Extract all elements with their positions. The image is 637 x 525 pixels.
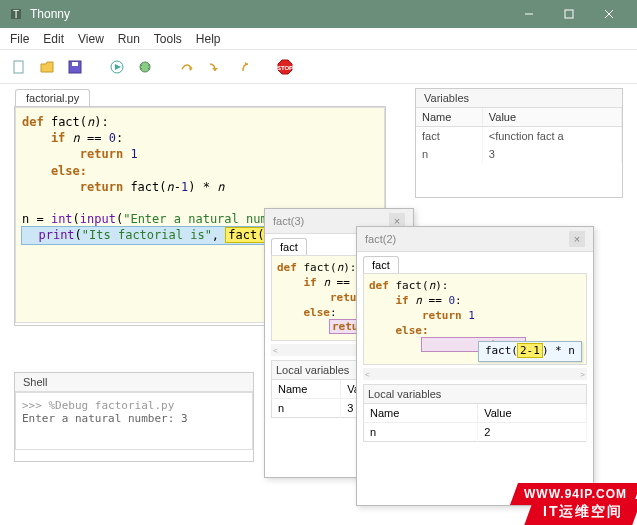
menu-help[interactable]: Help — [196, 32, 221, 46]
minimize-button[interactable] — [509, 0, 549, 28]
current-line-highlight: print("Its factorial is", fact(3)) — [22, 227, 290, 243]
col-value[interactable]: Value — [482, 108, 621, 127]
svg-rect-8 — [72, 62, 78, 66]
eval-tooltip: fact(2-1) * n — [478, 341, 582, 362]
maximize-button[interactable] — [549, 0, 589, 28]
stop-icon[interactable]: STOP — [274, 56, 296, 78]
new-file-icon[interactable] — [8, 56, 30, 78]
frame2-title[interactable]: fact(2)× — [357, 227, 593, 252]
menu-file[interactable]: File — [10, 32, 29, 46]
menu-run[interactable]: Run — [118, 32, 140, 46]
editor-tab[interactable]: factorial.py — [15, 89, 90, 106]
save-icon[interactable] — [64, 56, 86, 78]
frame2-local-vars: Local variables NameValue n2 — [363, 384, 587, 442]
open-file-icon[interactable] — [36, 56, 58, 78]
titlebar: T Thonny — [0, 0, 637, 28]
variables-header: Variables — [416, 89, 622, 108]
svg-marker-17 — [212, 68, 218, 71]
svg-text:STOP: STOP — [277, 65, 293, 71]
shell-panel: Shell >>> %Debug factorial.py Enter a na… — [14, 372, 254, 462]
svg-rect-3 — [565, 10, 573, 18]
table-row: fact<function fact a — [416, 127, 622, 146]
frame3-tab[interactable]: fact — [271, 238, 307, 255]
variables-panel: Variables NameValue fact<function fact a… — [415, 88, 623, 198]
close-icon[interactable]: × — [569, 231, 585, 247]
step-into-icon[interactable] — [204, 56, 226, 78]
step-out-icon[interactable] — [232, 56, 254, 78]
col-name[interactable]: Name — [416, 108, 482, 127]
frame2-code[interactable]: def fact(n): if n == 0: return 1 else: r… — [363, 273, 587, 365]
window-title: Thonny — [30, 7, 509, 21]
step-over-icon[interactable] — [176, 56, 198, 78]
svg-marker-18 — [245, 62, 248, 66]
shell-body[interactable]: >>> %Debug factorial.py Enter a natural … — [15, 392, 253, 450]
variables-table: NameValue fact<function fact a n3 — [416, 108, 622, 163]
shell-header: Shell — [15, 373, 253, 392]
table-row: n3 — [416, 145, 622, 163]
scrollbar[interactable]: <> — [363, 368, 587, 380]
menu-view[interactable]: View — [78, 32, 104, 46]
app-icon: T — [8, 6, 24, 22]
menu-tools[interactable]: Tools — [154, 32, 182, 46]
close-button[interactable] — [589, 0, 629, 28]
workspace: factorial.py def fact(n): if n == 0: ret… — [0, 84, 637, 525]
svg-text:T: T — [13, 9, 19, 20]
debug-icon[interactable] — [134, 56, 156, 78]
frame-fact-2[interactable]: fact(2)× fact def fact(n): if n == 0: re… — [356, 226, 594, 506]
svg-point-11 — [140, 62, 150, 72]
toolbar: STOP — [0, 50, 637, 84]
svg-rect-6 — [14, 61, 23, 73]
run-icon[interactable] — [106, 56, 128, 78]
menubar: File Edit View Run Tools Help — [0, 28, 637, 50]
frame2-tab[interactable]: fact — [363, 256, 399, 273]
menu-edit[interactable]: Edit — [43, 32, 64, 46]
system-buttons — [509, 0, 629, 28]
table-row: n2 — [364, 423, 587, 442]
